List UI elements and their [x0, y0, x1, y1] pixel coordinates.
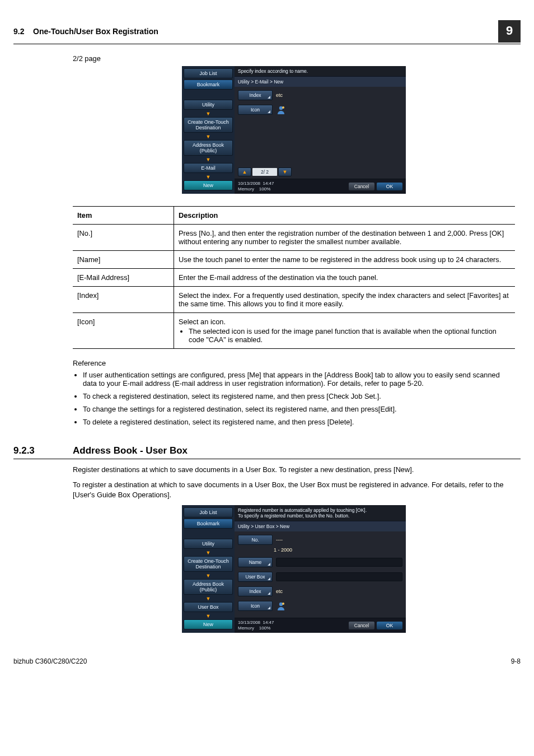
table-row: [Index]Select the index. For a frequentl… [73, 287, 515, 313]
breadcrumb: Utility > User Box > New [235, 521, 406, 531]
description-table: Item Description [No.]Press [No.], and t… [73, 206, 515, 349]
table-row: [E-Mail Address]Enter the E-mail address… [73, 269, 515, 287]
userbox-field[interactable] [276, 572, 402, 581]
new-button[interactable]: New [184, 180, 233, 190]
page-indicator: 2/2 page [73, 54, 515, 63]
paragraph: Register destinations at which to save d… [73, 465, 515, 474]
index-button[interactable]: Index [238, 586, 273, 596]
job-list-button[interactable]: Job List [184, 507, 233, 517]
page-indicator: 2/ 2 [252, 168, 277, 176]
arrow-down-icon: ▼ [184, 111, 233, 116]
page-down-button[interactable]: ▼ [278, 167, 292, 176]
table-row: [No.]Press [No.], and then enter the reg… [73, 225, 515, 251]
index-value: etc [276, 589, 283, 594]
section-number: 9.2 [13, 27, 24, 36]
arrow-down-icon: ▼ [184, 573, 233, 578]
userbox-button[interactable]: User Box [184, 602, 233, 612]
cancel-button[interactable]: Cancel [349, 183, 374, 190]
touchpanel-screenshot-1: Job List Bookmark Utility ▼ Create One-T… [182, 66, 406, 194]
arrow-down-icon: ▼ [184, 134, 233, 139]
table-row: [Name]Use the touch panel to enter the n… [73, 251, 515, 269]
reference-list: If user authentication settings are conf… [73, 371, 515, 426]
create-onetouch-button[interactable]: Create One-Touch Destination [184, 556, 233, 572]
avatar-icon [276, 601, 286, 611]
status-text: 10/13/2008 14:47 Memory 100% [238, 181, 274, 192]
utility-button[interactable]: Utility [184, 100, 233, 110]
page-up-button[interactable]: ▲ [238, 167, 251, 176]
job-list-button[interactable]: Job List [184, 68, 233, 78]
ok-button[interactable]: OK [377, 183, 402, 190]
breadcrumb: Utility > E-Mail > New [235, 76, 406, 87]
col-item: Item [73, 207, 174, 225]
no-button[interactable]: No. [238, 535, 273, 545]
footer-page: 9-8 [511, 657, 521, 665]
svg-point-2 [279, 603, 283, 606]
email-button[interactable]: E-Mail [184, 163, 233, 173]
col-desc: Description [174, 207, 516, 225]
new-button[interactable]: New [184, 619, 233, 629]
footer-model: bizhub C360/C280/C220 [13, 657, 87, 665]
svg-point-0 [279, 106, 283, 110]
arrow-down-icon: ▼ [184, 596, 233, 601]
no-value: ---- [276, 537, 283, 543]
svg-point-3 [282, 603, 284, 605]
table-row: [Icon] Select an icon. The selected icon… [73, 313, 515, 349]
panel-title: Registered number is automatically appli… [235, 505, 406, 521]
avatar-icon [276, 105, 286, 115]
index-value: etc [276, 92, 283, 98]
icon-button[interactable]: Icon [238, 105, 273, 115]
icon-button[interactable]: Icon [238, 601, 273, 611]
name-field[interactable] [276, 558, 402, 567]
bookmark-button[interactable]: Bookmark [184, 80, 233, 90]
reference-heading: Reference [73, 359, 515, 367]
arrow-down-icon: ▼ [184, 550, 233, 556]
list-item: To change the settings for a registered … [83, 405, 515, 413]
panel-title: Specify index according to name. [235, 66, 406, 76]
paragraph: To register a destination at which to sa… [73, 480, 515, 500]
list-item: If user authentication settings are conf… [83, 371, 515, 388]
status-text: 10/13/2008 14:47 Memory 100% [238, 620, 274, 631]
list-item: To check a registered destination, selec… [83, 392, 515, 400]
bookmark-button[interactable]: Bookmark [184, 519, 233, 529]
index-button[interactable]: Index [238, 90, 273, 100]
section-title: One-Touch/User Box Registration [33, 27, 158, 36]
svg-point-1 [282, 106, 284, 109]
arrow-down-icon: ▼ [184, 157, 233, 162]
create-onetouch-button[interactable]: Create One-Touch Destination [184, 117, 233, 133]
arrow-down-icon: ▼ [184, 613, 233, 619]
cancel-button[interactable]: Cancel [349, 622, 374, 629]
arrow-down-icon: ▼ [184, 174, 233, 180]
section-header: 9.2 One-Touch/User Box Registration [13, 27, 158, 36]
table-header-row: Item Description [73, 207, 515, 225]
no-range: 1 - 2000 [274, 547, 292, 553]
address-book-button[interactable]: Address Book (Public) [184, 579, 233, 595]
userbox-button[interactable]: User Box [238, 572, 273, 582]
utility-button[interactable]: Utility [184, 539, 233, 549]
chapter-badge: 9 [498, 20, 521, 43]
address-book-button[interactable]: Address Book (Public) [184, 140, 233, 156]
ok-button[interactable]: OK [377, 622, 402, 629]
list-item: To delete a registered destination, sele… [83, 418, 515, 426]
subsection-heading: 9.2.3 Address Book - User Box [13, 445, 521, 459]
touchpanel-screenshot-2: Job List Bookmark Utility ▼ Create One-T… [182, 505, 406, 633]
name-button[interactable]: Name [238, 557, 273, 567]
